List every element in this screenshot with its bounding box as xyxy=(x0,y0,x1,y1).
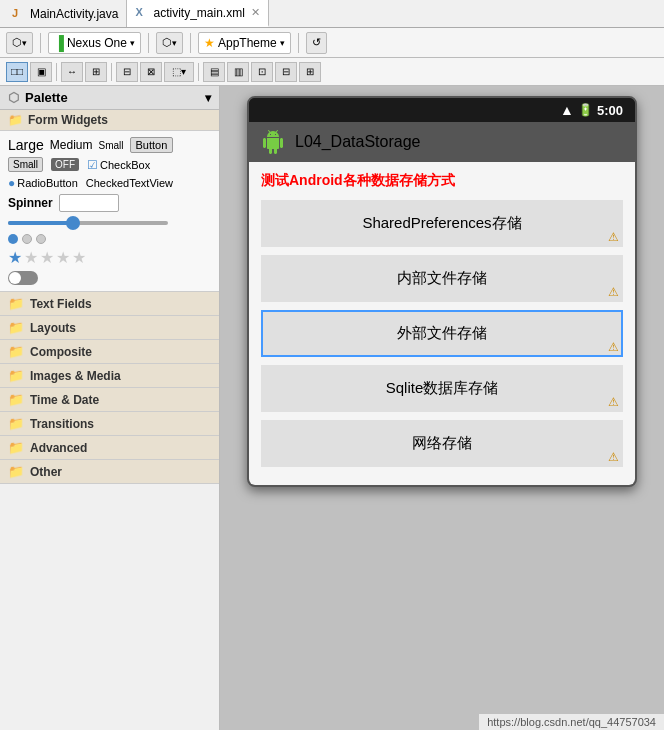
star-1[interactable]: ★ xyxy=(24,248,38,267)
layout-btn-1[interactable]: ▣ xyxy=(30,62,52,82)
folder-layouts-icon: 📁 xyxy=(8,320,24,335)
warn-triangle-0: ⚠ xyxy=(608,230,619,244)
small-button-widget[interactable]: Small xyxy=(8,157,43,172)
app-title: L04_DataStorage xyxy=(295,133,420,151)
warn-triangle-1: ⚠ xyxy=(608,285,619,299)
dot-2[interactable] xyxy=(36,234,46,244)
phone-btn-4[interactable]: 网络存储 ⚠ xyxy=(261,420,623,467)
dropdown2-button[interactable]: ⬡ ▾ xyxy=(156,32,183,54)
layout-btn-8[interactable]: ▥ xyxy=(227,62,249,82)
star-0[interactable]: ★ xyxy=(8,248,22,267)
section-folder-icon: 📁 xyxy=(8,113,23,127)
checkbox-check-icon: ☑ xyxy=(87,158,98,172)
textview-small[interactable]: Small xyxy=(99,140,124,151)
layout-btn-6[interactable]: ⬚▾ xyxy=(164,62,194,82)
category-transitions-label: Transitions xyxy=(30,417,94,431)
layout-btn-11[interactable]: ⊞ xyxy=(299,62,321,82)
category-images-media[interactable]: 📁 Images & Media xyxy=(0,364,219,388)
widget-row3: ● RadioButton CheckedTextView xyxy=(8,176,211,190)
dot-0[interactable] xyxy=(8,234,18,244)
dropdown2-icon: ⬡ xyxy=(162,36,172,49)
theme-selector[interactable]: ★ AppTheme ▾ xyxy=(198,32,291,54)
slider-thumb[interactable] xyxy=(66,216,80,230)
phone-btn-2[interactable]: 外部文件存储 ⚠ xyxy=(261,310,623,357)
radiobutton-label: RadioButton xyxy=(17,177,78,189)
layout-btn-5[interactable]: ⊠ xyxy=(140,62,162,82)
phone-btn-3-label: Sqlite数据库存储 xyxy=(386,379,499,396)
category-layouts-label: Layouts xyxy=(30,321,76,335)
dropdown1-chevron: ▾ xyxy=(22,38,27,48)
tab-main-activity[interactable]: J MainActivity.java xyxy=(4,0,127,27)
phone-btn-3[interactable]: Sqlite数据库存储 ⚠ xyxy=(261,365,623,412)
layout-btn-7[interactable]: ▤ xyxy=(203,62,225,82)
toggle-off-widget[interactable]: OFF xyxy=(51,158,79,171)
phone-heading: 测试Android各种数据存储方式 xyxy=(261,172,623,190)
folder-text-fields-icon: 📁 xyxy=(8,296,24,311)
category-advanced[interactable]: 📁 Advanced xyxy=(0,436,219,460)
folder-time-date-icon: 📁 xyxy=(8,392,24,407)
layout-sep-2 xyxy=(111,63,112,81)
tab-activity-main-label: activity_main.xml xyxy=(153,6,244,20)
status-icons: ▲ 🔋 5:00 xyxy=(560,102,623,118)
palette-section-form-widgets[interactable]: 📁 Form Widgets xyxy=(0,110,219,131)
category-time-date[interactable]: 📁 Time & Date xyxy=(0,388,219,412)
button-widget[interactable]: Button xyxy=(130,137,174,153)
preview-area: ▲ 🔋 5:00 L04_DataStorage 测试Android各种数据存储… xyxy=(220,86,664,730)
layout-btn-4[interactable]: ⊟ xyxy=(116,62,138,82)
slider-widget[interactable] xyxy=(8,216,168,230)
layout-sep xyxy=(56,63,57,81)
category-transitions[interactable]: 📁 Transitions xyxy=(0,412,219,436)
refresh-button[interactable]: ↺ xyxy=(306,32,327,54)
category-layouts[interactable]: 📁 Layouts xyxy=(0,316,219,340)
layout-btn-3[interactable]: ⊞ xyxy=(85,62,107,82)
layout-btn-10[interactable]: ⊟ xyxy=(275,62,297,82)
folder-advanced-icon: 📁 xyxy=(8,440,24,455)
textview-medium[interactable]: Medium xyxy=(50,138,93,152)
checkbox-widget[interactable]: ☑ CheckBox xyxy=(87,158,150,172)
warn-triangle-2: ⚠ xyxy=(608,340,619,354)
spinner-box[interactable] xyxy=(59,194,119,212)
textview-large[interactable]: Large xyxy=(8,137,44,153)
phone-btn-1[interactable]: 内部文件存储 ⚠ xyxy=(261,255,623,302)
tab-activity-main[interactable]: X activity_main.xml ✕ xyxy=(127,0,268,27)
android-icon xyxy=(261,130,285,154)
layout-btn-9[interactable]: ⊡ xyxy=(251,62,273,82)
checkedtextview-widget[interactable]: CheckedTextView xyxy=(86,177,173,189)
star-2[interactable]: ★ xyxy=(40,248,54,267)
radio-icon: ● xyxy=(8,176,15,190)
toggle-widget[interactable] xyxy=(8,271,38,285)
radiobutton-widget[interactable]: ● RadioButton xyxy=(8,176,78,190)
category-text-fields[interactable]: 📁 Text Fields xyxy=(0,292,219,316)
tab-close-icon[interactable]: ✕ xyxy=(251,6,260,19)
category-composite[interactable]: 📁 Composite xyxy=(0,340,219,364)
slider-fill xyxy=(8,221,72,225)
layout-btn-2[interactable]: ↔ xyxy=(61,62,83,82)
xml-file-icon: X xyxy=(135,6,149,20)
url-bar: https://blog.csdn.net/qq_44757034 xyxy=(479,714,664,730)
phone-btn-0-label: SharedPreferences存储 xyxy=(362,214,521,231)
category-other[interactable]: 📁 Other xyxy=(0,460,219,484)
tab-bar: J MainActivity.java X activity_main.xml … xyxy=(0,0,664,28)
phone-btn-0[interactable]: SharedPreferences存储 ⚠ xyxy=(261,200,623,247)
phone-frame: ▲ 🔋 5:00 L04_DataStorage 测试Android各种数据存储… xyxy=(247,96,637,487)
dot-1[interactable] xyxy=(22,234,32,244)
folder-transitions-icon: 📁 xyxy=(8,416,24,431)
phone-btn-1-label: 内部文件存储 xyxy=(397,269,487,286)
battery-icon: 🔋 xyxy=(578,103,593,117)
spinner-row: Spinner xyxy=(8,194,211,212)
slider-row xyxy=(8,216,211,230)
dropdown1-button[interactable]: ⬡ ▾ xyxy=(6,32,33,54)
spinner-label[interactable]: Spinner xyxy=(8,196,53,210)
device-selector[interactable]: ▐ Nexus One ▾ xyxy=(48,32,141,54)
star-3[interactable]: ★ xyxy=(56,248,70,267)
warn-triangle-3: ⚠ xyxy=(608,395,619,409)
theme-star-icon: ★ xyxy=(204,36,215,50)
star-4[interactable]: ★ xyxy=(72,248,86,267)
device-label: Nexus One xyxy=(67,36,127,50)
folder-images-media-icon: 📁 xyxy=(8,368,24,383)
layout-btn-0[interactable]: □□ xyxy=(6,62,28,82)
phone-content: 测试Android各种数据存储方式 SharedPreferences存储 ⚠ … xyxy=(249,162,635,485)
palette-header: ⬡ Palette ▾ xyxy=(0,86,219,110)
palette-collapse-icon[interactable]: ▾ xyxy=(205,91,211,105)
toolbar-sep-2 xyxy=(148,33,149,53)
